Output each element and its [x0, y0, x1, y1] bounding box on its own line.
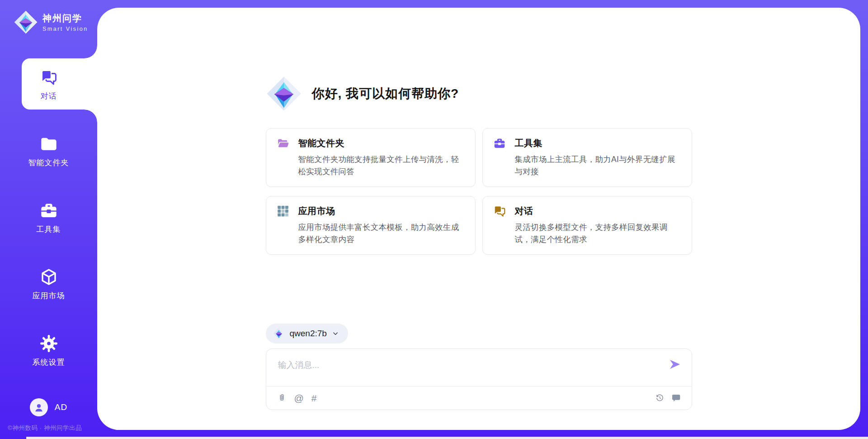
feature-cards: 智能文件夹 智能文件夹功能支持批量文件上传与清洗，轻松实现文件问答 工具集 集成… — [266, 128, 692, 255]
greeting-title: 你好, 我可以如何帮助你? — [312, 85, 459, 102]
history-icon — [655, 393, 665, 403]
brand-name: 神州问学 — [42, 12, 88, 24]
paperclip-icon — [277, 393, 287, 403]
card-description: 集成市场上主流工具，助力AI与外界无缝扩展与对接 — [515, 153, 681, 178]
card-chat[interactable]: 对话 灵活切换多模型文件，支持多样回复效果调试，满足个性化需求 — [482, 196, 692, 255]
brand-text: 神州问学 Smart Vision — [42, 12, 88, 32]
cube-icon — [39, 267, 58, 286]
sidebar-item-label: 智能文件夹 — [28, 157, 69, 168]
user-initials: AD — [55, 402, 67, 412]
brand: 神州问学 Smart Vision — [0, 0, 97, 34]
mention-button[interactable]: @ — [294, 393, 304, 403]
footer-credit: ©神州数码 · 神州问学出品 — [8, 424, 82, 432]
composer-toolbar: @ # — [277, 387, 681, 410]
sidebar-item-chat[interactable]: 对话 — [0, 51, 97, 118]
avatar — [30, 398, 48, 416]
sidebar-nav: 对话 智能文件夹 工具集 — [0, 51, 97, 384]
chevron-down-icon — [332, 330, 339, 337]
sidebar-item-toolset[interactable]: 工具集 — [0, 184, 97, 251]
folder-open-icon — [276, 137, 290, 149]
sidebar-item-app-market[interactable]: 应用市场 — [0, 251, 97, 317]
brand-diamond-icon — [14, 10, 38, 34]
brand-tagline: Smart Vision — [42, 26, 88, 32]
comment-button[interactable] — [671, 393, 681, 403]
main-panel: 你好, 我可以如何帮助你? 智能文件夹 智能文件夹功能支持批量文件上传与清洗，轻… — [97, 8, 860, 430]
active-tab-background — [22, 58, 97, 110]
comment-icon — [671, 393, 681, 403]
model-selector[interactable]: qwen2:7b — [266, 324, 348, 344]
briefcase-icon — [39, 201, 58, 220]
card-title: 对话 — [515, 205, 533, 217]
gear-icon — [39, 334, 58, 353]
hashtag-button[interactable]: # — [311, 393, 317, 403]
at-icon: @ — [294, 393, 304, 403]
card-description: 智能文件夹功能支持批量文件上传与清洗，轻松实现文件问答 — [298, 153, 464, 178]
main-content: 你好, 我可以如何帮助你? 智能文件夹 智能文件夹功能支持批量文件上传与清洗，轻… — [266, 76, 692, 410]
sidebar: 神州问学 Smart Vision 对话 智能文件夹 — [0, 0, 97, 439]
card-smart-folder[interactable]: 智能文件夹 智能文件夹功能支持批量文件上传与清洗，轻松实现文件问答 — [266, 128, 476, 187]
card-toolset[interactable]: 工具集 集成市场上主流工具，助力AI与外界无缝扩展与对接 — [482, 128, 692, 187]
user-profile[interactable]: AD — [0, 398, 97, 416]
greeting: 你好, 我可以如何帮助你? — [266, 76, 692, 112]
chat-icon — [39, 68, 58, 87]
chat-icon — [493, 205, 506, 217]
folder-icon — [39, 134, 58, 153]
composer-tools-right — [655, 393, 681, 403]
attach-file-button[interactable] — [277, 393, 287, 403]
hash-icon: # — [311, 393, 317, 403]
sidebar-item-label: 系统设置 — [33, 357, 65, 367]
composer-tools-left: @ # — [277, 393, 317, 403]
briefcase-icon — [493, 137, 506, 149]
sidebar-item-settings[interactable]: 系统设置 — [0, 317, 97, 384]
history-button[interactable] — [655, 393, 665, 403]
message-composer: @ # — [266, 348, 692, 410]
card-app-market[interactable]: 应用市场 应用市场提供丰富长文本模板，助力高效生成多样化文章内容 — [266, 196, 476, 255]
card-head: 应用市场 — [276, 205, 464, 217]
card-title: 工具集 — [515, 137, 543, 149]
card-description: 灵活切换多模型文件，支持多样回复效果调试，满足个性化需求 — [515, 221, 681, 246]
horizontal-scrollbar[interactable] — [26, 437, 868, 439]
grid-icon — [276, 205, 290, 217]
card-head: 智能文件夹 — [276, 137, 464, 149]
sidebar-item-label: 对话 — [41, 91, 57, 101]
send-button[interactable] — [668, 358, 682, 372]
brand-diamond-icon — [266, 76, 302, 112]
sidebar-item-label: 工具集 — [37, 224, 61, 234]
message-input[interactable] — [278, 357, 660, 373]
sidebar-item-label: 应用市场 — [33, 291, 65, 301]
card-description: 应用市场提供丰富长文本模板，助力高效生成多样化文章内容 — [298, 221, 464, 246]
app-root: { "brand": { "name": "神州问学", "tagline": … — [0, 0, 868, 439]
card-title: 智能文件夹 — [298, 137, 345, 149]
sidebar-item-smart-folder[interactable]: 智能文件夹 — [0, 118, 97, 184]
card-head: 工具集 — [493, 137, 681, 149]
card-head: 对话 — [493, 205, 681, 217]
card-title: 应用市场 — [298, 205, 335, 217]
person-icon — [33, 401, 45, 413]
model-name: qwen2:7b — [290, 329, 327, 339]
send-icon — [669, 358, 681, 371]
model-logo-icon — [273, 328, 285, 339]
